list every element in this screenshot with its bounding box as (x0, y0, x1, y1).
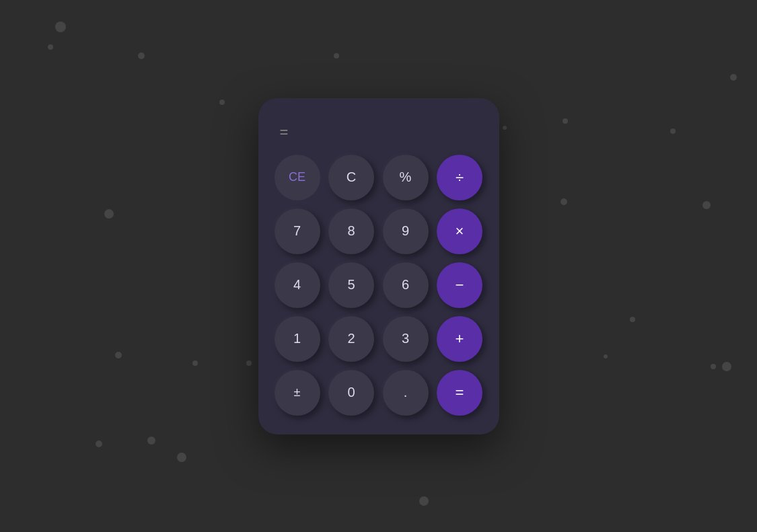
bg-dot (96, 441, 102, 447)
bg-dot (722, 362, 731, 371)
percent-button[interactable]: % (383, 155, 429, 200)
bg-dot (138, 52, 145, 59)
bg-dot (104, 209, 114, 219)
bg-dot (561, 198, 567, 205)
six-button[interactable]: 6 (383, 262, 429, 308)
plus-button[interactable]: + (437, 316, 482, 362)
multiply-button[interactable]: × (437, 208, 482, 254)
display: = (275, 114, 483, 155)
seven-button[interactable]: 7 (275, 208, 320, 254)
bg-dot (604, 354, 608, 358)
five-button[interactable]: 5 (328, 262, 374, 308)
two-button[interactable]: 2 (328, 316, 374, 362)
bg-dot (55, 22, 66, 32)
bg-dot (192, 360, 198, 366)
bg-dot (48, 44, 53, 50)
bg-dot (503, 126, 507, 130)
bg-dot (147, 436, 155, 445)
bg-dot (670, 128, 676, 134)
buttons-grid: CEC%÷789×456−123+±0.= (275, 155, 483, 416)
bg-dot (219, 100, 225, 105)
bg-dot (246, 360, 252, 366)
divide-button[interactable]: ÷ (437, 155, 482, 200)
calculator: = CEC%÷789×456−123+±0.= (258, 98, 499, 434)
bg-dot (630, 317, 635, 322)
three-button[interactable]: 3 (383, 316, 429, 362)
bg-dot (563, 118, 568, 124)
ce-button[interactable]: CE (275, 155, 320, 200)
decimal-button[interactable]: . (383, 370, 429, 416)
bg-dot (711, 364, 716, 369)
sign-button[interactable]: ± (275, 370, 320, 416)
display-text: = (280, 124, 290, 141)
bg-dot (730, 74, 737, 81)
bg-dot (334, 53, 339, 59)
nine-button[interactable]: 9 (383, 208, 429, 254)
one-button[interactable]: 1 (275, 316, 320, 362)
zero-button[interactable]: 0 (328, 370, 374, 416)
c-button[interactable]: C (328, 155, 374, 200)
minus-button[interactable]: − (437, 262, 482, 308)
bg-dot (419, 496, 429, 506)
bg-dot (115, 352, 122, 358)
equals-button[interactable]: = (437, 370, 482, 416)
bg-dot (177, 453, 186, 462)
bg-dot (702, 201, 711, 209)
four-button[interactable]: 4 (275, 262, 320, 308)
eight-button[interactable]: 8 (328, 208, 374, 254)
